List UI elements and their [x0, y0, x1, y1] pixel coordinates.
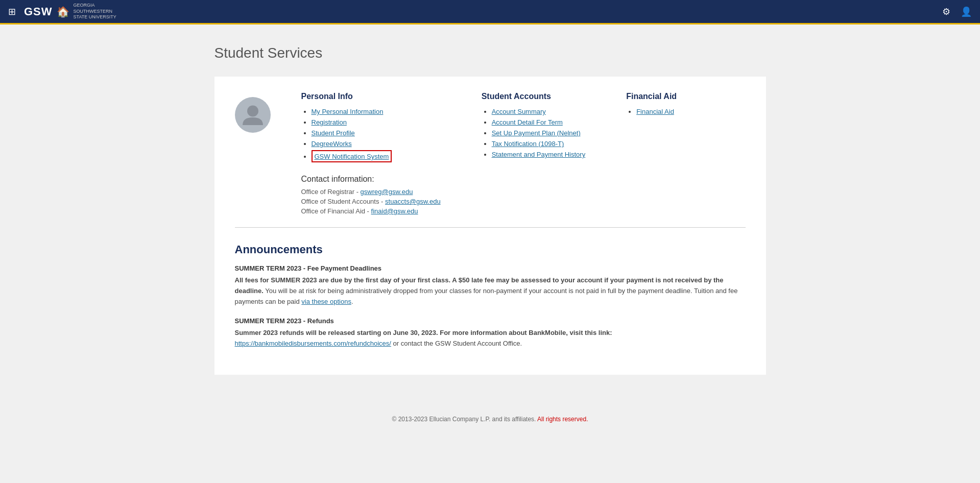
- financial-aid-list: Financial Aid: [626, 107, 708, 115]
- section-divider: [235, 227, 746, 228]
- announcement-body-1: All fees for SUMMER 2023 are due by the …: [235, 275, 746, 307]
- sections-grid: Personal Info My Personal Information Re…: [301, 92, 746, 217]
- stuaccts-email-link[interactable]: stuaccts@gsw.edu: [385, 198, 441, 205]
- student-profile-link[interactable]: Student Profile: [312, 129, 355, 137]
- student-accounts-list: Account Summary Account Detail For Term …: [482, 107, 586, 158]
- header-left: ⊞ GSW 🏠 GEORGIA SOUTHWESTERN STATE UNIVE…: [8, 3, 116, 20]
- top-header: ⊞ GSW 🏠 GEORGIA SOUTHWESTERN STATE UNIVE…: [0, 0, 980, 25]
- announcement-body-2: Summer 2023 refunds will be released sta…: [235, 328, 746, 349]
- student-accounts-title: Student Accounts: [482, 92, 586, 101]
- announcement-item-1: SUMMER TERM 2023 - Fee Payment Deadlines…: [235, 264, 746, 307]
- user-icon[interactable]: 👤: [961, 6, 972, 17]
- header-right: ⚙ 👤: [942, 6, 972, 17]
- profile-section: Personal Info My Personal Information Re…: [235, 92, 746, 217]
- announcement-item-2: SUMMER TERM 2023 - Refunds Summer 2023 r…: [235, 317, 746, 349]
- payment-plan-link[interactable]: Set Up Payment Plan (Nelnet): [492, 129, 581, 137]
- contact-registrar: Office of Registrar - gswreg@gsw.edu: [301, 188, 441, 196]
- financial-aid-title: Financial Aid: [626, 92, 708, 101]
- announcement-heading-1: SUMMER TERM 2023 - Fee Payment Deadlines: [235, 264, 746, 272]
- gsw-notification-highlight: GSW Notification System: [312, 150, 392, 162]
- list-item: Statement and Payment History: [492, 150, 586, 158]
- financial-aid-link[interactable]: Financial Aid: [636, 108, 674, 115]
- footer: © 2013-2023 Ellucian Company L.P. and it…: [214, 405, 766, 433]
- university-name: GEORGIA SOUTHWESTERN STATE UNIVERSITY: [74, 3, 116, 20]
- announcements-section: Announcements SUMMER TERM 2023 - Fee Pay…: [235, 238, 746, 349]
- account-summary-link[interactable]: Account Summary: [492, 108, 546, 115]
- main-content: Student Services Personal Info My Person…: [184, 25, 797, 453]
- registration-link[interactable]: Registration: [312, 118, 347, 126]
- list-item: Tax Notification (1098-T): [492, 139, 586, 148]
- tax-notification-link[interactable]: Tax Notification (1098-T): [492, 140, 564, 148]
- student-accounts-section: Student Accounts Account Summary Account…: [482, 92, 586, 217]
- finaid-email-link[interactable]: finaid@gsw.edu: [371, 207, 418, 215]
- svg-point-0: [247, 106, 258, 117]
- contact-title: Contact information:: [301, 175, 441, 184]
- profile-card: Personal Info My Personal Information Re…: [214, 77, 766, 375]
- grid-menu-icon[interactable]: ⊞: [8, 6, 16, 17]
- logo-text: GSW: [24, 5, 53, 18]
- account-detail-link[interactable]: Account Detail For Term: [492, 118, 563, 126]
- announcement-heading-2: SUMMER TERM 2023 - Refunds: [235, 317, 746, 325]
- page-title: Student Services: [214, 45, 766, 61]
- settings-icon[interactable]: ⚙: [942, 6, 950, 17]
- personal-info-section: Personal Info My Personal Information Re…: [301, 92, 441, 217]
- footer-text: © 2013-2023 Ellucian Company L.P. and it…: [392, 416, 536, 423]
- list-item: Account Summary: [492, 107, 586, 115]
- list-item: DegreeWorks: [312, 139, 441, 148]
- bankmobile-link[interactable]: https://bankmobiledisbursements.com/refu…: [235, 340, 391, 347]
- list-item: Registration: [312, 118, 441, 126]
- personal-info-list: My Personal Information Registration Stu…: [301, 107, 441, 162]
- personal-info-title: Personal Info: [301, 92, 441, 101]
- footer-rights-link[interactable]: All rights reserved.: [537, 416, 588, 423]
- gsw-notification-link[interactable]: GSW Notification System: [315, 153, 389, 160]
- list-item: Student Profile: [312, 129, 441, 137]
- avatar-icon: [240, 102, 266, 128]
- list-item: Financial Aid: [636, 107, 708, 115]
- contact-financial-aid: Office of Financial Aid - finaid@gsw.edu: [301, 207, 441, 215]
- registrar-email-link[interactable]: gswreg@gsw.edu: [361, 188, 413, 196]
- logo-house-icon: 🏠: [57, 6, 69, 18]
- financial-aid-section: Financial Aid Financial Aid: [626, 92, 708, 217]
- list-item: Set Up Payment Plan (Nelnet): [492, 129, 586, 137]
- via-these-options-link[interactable]: via these options: [301, 298, 351, 305]
- avatar: [235, 97, 271, 133]
- list-item: Account Detail For Term: [492, 118, 586, 126]
- contact-student-accounts: Office of Student Accounts - stuaccts@gs…: [301, 198, 441, 205]
- contact-section: Contact information: Office of Registrar…: [301, 175, 441, 215]
- degreeworks-link[interactable]: DegreeWorks: [312, 140, 352, 148]
- logo-area: GSW 🏠 GEORGIA SOUTHWESTERN STATE UNIVERS…: [24, 3, 116, 20]
- list-item: My Personal Information: [312, 107, 441, 115]
- my-personal-info-link[interactable]: My Personal Information: [312, 108, 384, 115]
- statement-history-link[interactable]: Statement and Payment History: [492, 151, 586, 158]
- list-item: GSW Notification System: [312, 150, 441, 162]
- announcements-title: Announcements: [235, 243, 746, 256]
